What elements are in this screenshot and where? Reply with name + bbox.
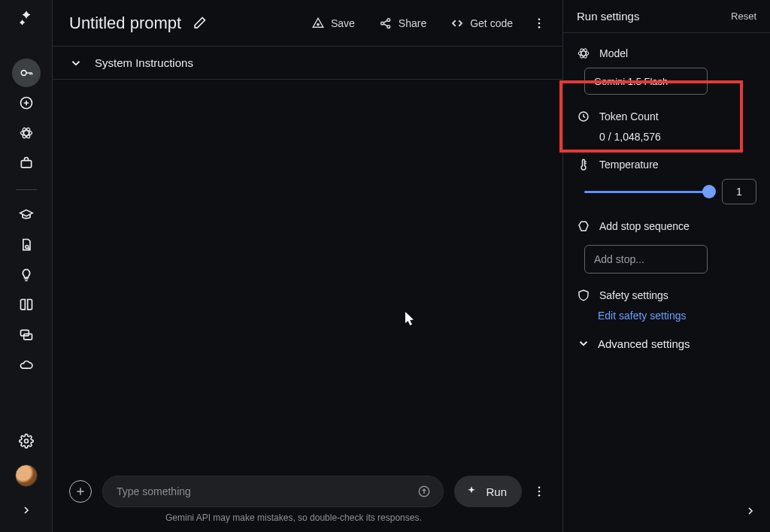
svg-point-6 [25, 246, 28, 249]
sidebar-expand-button[interactable] [15, 499, 38, 521]
advanced-settings-toggle[interactable]: Advanced settings [563, 326, 770, 361]
sidebar-atom-button[interactable] [12, 119, 41, 147]
svg-rect-7 [20, 330, 29, 336]
share-button[interactable]: Share [374, 12, 431, 35]
input-bar: Run [53, 472, 562, 511]
reset-button[interactable]: Reset [731, 11, 756, 22]
edit-safety-link[interactable]: Edit safety settings [577, 310, 756, 322]
prompt-input[interactable] [117, 485, 413, 497]
sidebar-settings-button[interactable] [12, 427, 41, 455]
prompt-input-container [102, 476, 444, 507]
sidebar-key-button[interactable] [12, 59, 41, 87]
stop-input[interactable] [584, 245, 708, 274]
right-panel-collapse-button[interactable] [744, 505, 756, 517]
sidebar-docsearch-button[interactable] [12, 231, 41, 259]
share-label: Share [399, 17, 426, 29]
safety-label: Safety settings [599, 289, 668, 301]
model-value: Gemini 1.5 Flash [594, 76, 668, 87]
model-label: Model [599, 47, 628, 59]
svg-point-2 [20, 131, 32, 136]
svg-point-21 [578, 51, 589, 56]
svg-point-10 [317, 23, 319, 25]
stop-label: Add stop sequence [599, 220, 690, 232]
main-panel: Untitled prompt Save Share [53, 0, 563, 532]
share-icon [379, 17, 393, 30]
svg-point-19 [538, 491, 541, 493]
sidebar-book-button[interactable] [12, 291, 41, 319]
sidebar-new-button[interactable] [12, 89, 41, 117]
conversation-area [53, 80, 562, 472]
atom-icon [577, 47, 590, 60]
sidebar [0, 0, 53, 532]
svg-point-0 [21, 71, 26, 76]
logo-icon [17, 9, 36, 29]
dropdown-icon [689, 77, 698, 86]
sidebar-divider [16, 189, 37, 190]
temperature-label: Temperature [599, 159, 659, 171]
svg-point-16 [538, 26, 541, 28]
run-more-icon[interactable] [532, 485, 546, 498]
get-code-button[interactable]: Get code [446, 12, 517, 35]
temperature-value[interactable]: 1 [722, 179, 756, 204]
system-instructions-toggle[interactable]: System Instructions [53, 47, 562, 80]
token-label: Token Count [599, 110, 659, 122]
hexagon-icon [577, 219, 590, 233]
add-attachment-button[interactable] [69, 480, 92, 503]
temperature-slider[interactable] [584, 185, 711, 198]
disclaimer: Gemini API may make mistakes, so double-… [53, 508, 562, 532]
sidebar-cloud-button[interactable] [12, 351, 41, 379]
save-button[interactable]: Save [307, 12, 359, 35]
shield-icon [577, 289, 590, 302]
sidebar-graduation-button[interactable] [12, 201, 41, 229]
model-section: Model Gemini 1.5 Flash [563, 33, 770, 99]
model-select[interactable]: Gemini 1.5 Flash [584, 68, 708, 95]
save-label: Save [331, 17, 355, 29]
stop-section: Add stop sequence [563, 209, 770, 278]
svg-point-20 [538, 494, 541, 497]
token-section: Token Count 0 / 1,048,576 [563, 99, 770, 147]
system-instructions-label: System Instructions [95, 56, 193, 69]
svg-rect-5 [21, 161, 31, 168]
run-label: Run [486, 485, 507, 498]
safety-section: Safety settings Edit safety settings [563, 278, 770, 326]
token-icon [577, 110, 590, 123]
edit-title-icon[interactable] [192, 16, 207, 31]
get-code-label: Get code [470, 17, 513, 29]
sidebar-toolbox-button[interactable] [12, 149, 41, 177]
sidebar-chat-button[interactable] [12, 321, 41, 349]
chevron-down-icon [577, 337, 590, 350]
mouse-cursor-icon [405, 312, 416, 325]
svg-rect-8 [23, 334, 32, 340]
temperature-section: Temperature 1 [563, 147, 770, 209]
header: Untitled prompt Save Share [53, 0, 562, 47]
token-value: 0 / 1,048,576 [599, 131, 756, 143]
run-button[interactable]: Run [454, 476, 522, 507]
code-icon [450, 17, 464, 30]
avatar[interactable] [15, 464, 38, 487]
svg-point-15 [538, 22, 541, 24]
svg-point-9 [24, 440, 28, 443]
run-settings-title: Run settings [577, 10, 639, 23]
thermometer-icon [577, 158, 590, 171]
sidebar-lightbulb-button[interactable] [12, 261, 41, 289]
sparkle-icon [465, 485, 478, 498]
save-icon [311, 17, 325, 30]
run-settings-panel: Run settings Reset Model Gemini 1.5 Flas… [563, 0, 770, 532]
chevron-down-icon [69, 56, 83, 70]
svg-point-18 [538, 486, 541, 488]
page-title: Untitled prompt [69, 14, 181, 33]
more-icon[interactable] [532, 17, 546, 30]
upload-icon[interactable] [413, 480, 435, 503]
advanced-label: Advanced settings [598, 337, 690, 350]
svg-point-14 [538, 18, 541, 20]
